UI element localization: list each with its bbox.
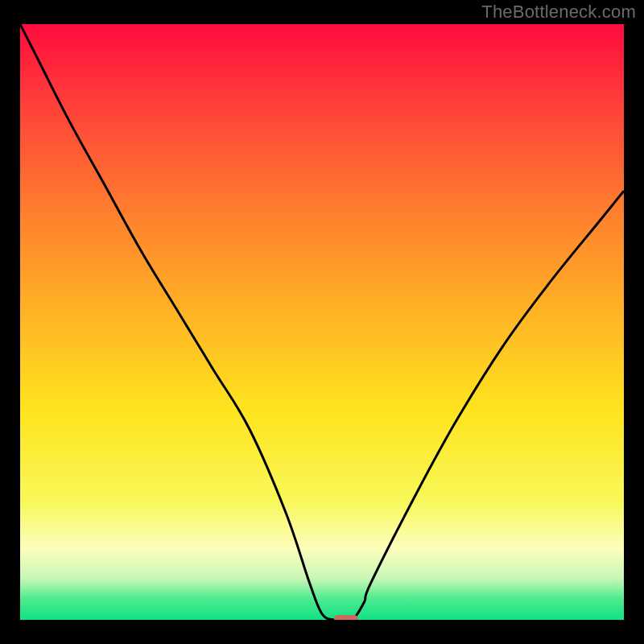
plot-area — [20, 24, 624, 620]
gradient-background — [20, 24, 624, 620]
chart-frame: TheBottleneck.com — [0, 0, 644, 644]
minimum-marker — [334, 615, 358, 620]
watermark-text: TheBottleneck.com — [481, 2, 636, 23]
bottleneck-chart — [20, 24, 624, 620]
